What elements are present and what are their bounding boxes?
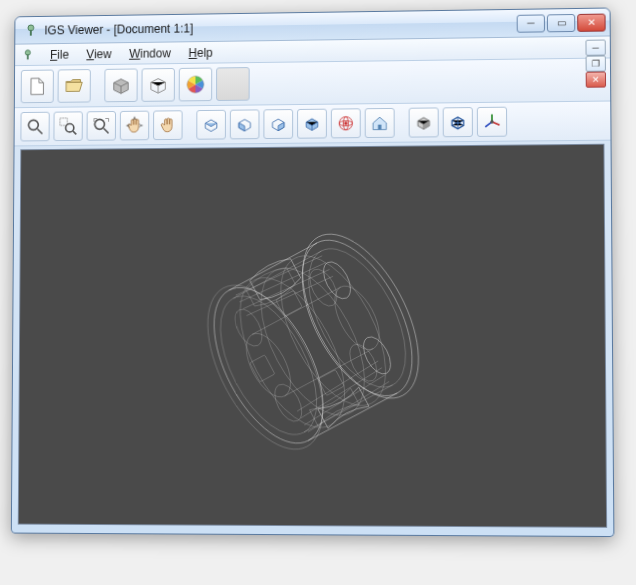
cube-shaded-icon — [414, 112, 434, 132]
svg-rect-41 — [250, 355, 275, 382]
window-controls: ─ ▭ ✕ — [517, 13, 606, 32]
svg-line-42 — [236, 250, 322, 300]
view-top-button[interactable] — [196, 110, 226, 140]
maximize-button[interactable]: ▭ — [547, 13, 575, 31]
orbit-icon — [336, 113, 356, 133]
svg-point-10 — [95, 119, 105, 129]
menu-view[interactable]: View — [79, 45, 120, 63]
menu-file[interactable]: File — [42, 45, 76, 63]
svg-line-31 — [252, 287, 340, 334]
mdi-restore-button[interactable]: ❐ — [586, 56, 606, 72]
svg-point-23 — [201, 281, 337, 450]
svg-point-5 — [29, 120, 39, 130]
folder-open-icon — [63, 75, 85, 97]
svg-point-36 — [344, 340, 382, 386]
wireframe-model — [19, 145, 606, 527]
svg-point-52 — [259, 239, 407, 422]
axes-icon — [482, 112, 502, 132]
color-wheel-icon — [185, 74, 207, 96]
svg-point-8 — [66, 124, 74, 132]
axes-gizmo-button[interactable] — [477, 107, 507, 137]
render-wireframe-button[interactable] — [443, 107, 473, 137]
cube-iso-icon — [302, 114, 322, 134]
cube-wireframe-icon — [448, 112, 468, 132]
app-icon — [23, 22, 39, 38]
svg-line-44 — [243, 264, 329, 314]
svg-line-27 — [233, 251, 321, 298]
home-icon — [370, 113, 390, 133]
view-iso-button[interactable] — [297, 109, 327, 139]
toolbar-primary — [15, 58, 610, 108]
svg-point-22 — [279, 223, 434, 414]
orbit-center-button[interactable] — [331, 108, 361, 138]
svg-rect-7 — [60, 118, 67, 125]
mdi-minimize-button[interactable]: ─ — [585, 40, 605, 56]
app-window: IGS Viewer - [Document 1:1] ─ ▭ ✕ File V… — [11, 7, 615, 537]
pan-button[interactable] — [120, 111, 149, 141]
svg-point-29 — [237, 326, 299, 403]
hand-pan-icon — [125, 116, 145, 136]
toolbar-view — [15, 102, 611, 147]
magnifier-fit-icon — [91, 116, 111, 136]
open-button[interactable] — [58, 69, 91, 103]
svg-point-15 — [344, 122, 347, 125]
render-solid-button[interactable] — [409, 107, 439, 137]
cube-front-icon — [235, 114, 255, 134]
svg-rect-3 — [27, 54, 29, 59]
svg-line-9 — [73, 131, 76, 134]
svg-line-6 — [37, 129, 42, 134]
viewport[interactable] — [18, 144, 607, 528]
hand-icon — [158, 115, 178, 135]
minimize-button[interactable]: ─ — [517, 14, 545, 32]
shade-solid-button[interactable] — [104, 68, 137, 102]
svg-point-37 — [230, 305, 268, 351]
svg-line-11 — [104, 128, 109, 133]
cube-solid-icon — [110, 74, 132, 96]
cube-wire-icon — [147, 74, 169, 96]
new-document-button[interactable] — [21, 70, 54, 104]
cube-top-icon — [201, 115, 221, 135]
doc-icon — [21, 48, 35, 62]
svg-point-21 — [192, 270, 346, 460]
color-wheel-button[interactable] — [179, 68, 213, 102]
close-button[interactable]: ✕ — [577, 13, 605, 31]
document-icon — [27, 75, 48, 97]
svg-line-26 — [308, 393, 397, 440]
svg-line-43 — [239, 257, 325, 307]
svg-rect-1 — [30, 29, 32, 35]
view-front-button[interactable] — [230, 109, 260, 139]
mdi-controls: ─ ❐ ✕ — [585, 40, 606, 88]
svg-rect-16 — [378, 125, 381, 130]
magnifier-icon — [25, 117, 45, 137]
svg-point-24 — [289, 233, 426, 402]
zoom-button[interactable] — [20, 112, 49, 142]
svg-line-49 — [305, 381, 392, 431]
cube-side-icon — [268, 114, 288, 134]
view-side-button[interactable] — [263, 109, 293, 139]
empty-tool-button[interactable] — [216, 67, 250, 101]
window-title: IGS Viewer - [Document 1:1] — [44, 16, 516, 37]
svg-point-30 — [325, 279, 388, 357]
svg-point-51 — [219, 261, 366, 444]
zoom-fit-button[interactable] — [87, 111, 116, 141]
mdi-close-button[interactable]: ✕ — [586, 72, 606, 88]
magnifier-area-icon — [58, 116, 78, 136]
menu-window[interactable]: Window — [121, 44, 178, 62]
home-button[interactable] — [365, 108, 395, 138]
shade-wireframe-button[interactable] — [141, 68, 174, 102]
rotate-hand-button[interactable] — [153, 110, 183, 140]
svg-line-48 — [301, 375, 388, 425]
svg-line-25 — [229, 243, 317, 290]
menu-help[interactable]: Help — [181, 43, 221, 61]
zoom-area-button[interactable] — [53, 111, 82, 141]
